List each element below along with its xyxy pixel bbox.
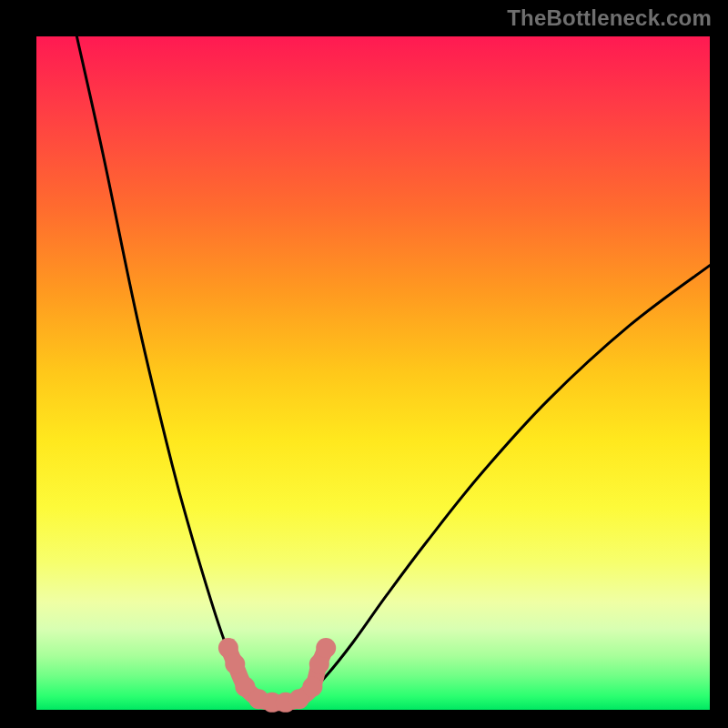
watermark-text: TheBottleneck.com — [507, 5, 712, 31]
plot-area — [36, 36, 710, 710]
curve-left — [76, 36, 278, 705]
curve-right — [278, 266, 710, 705]
marker-dot — [316, 638, 336, 658]
chart-frame: TheBottleneck.com — [0, 0, 728, 728]
chart-overlay — [36, 36, 710, 710]
marker-dot — [225, 654, 245, 674]
marker-dot — [302, 677, 322, 697]
markers-cluster — [218, 638, 336, 713]
